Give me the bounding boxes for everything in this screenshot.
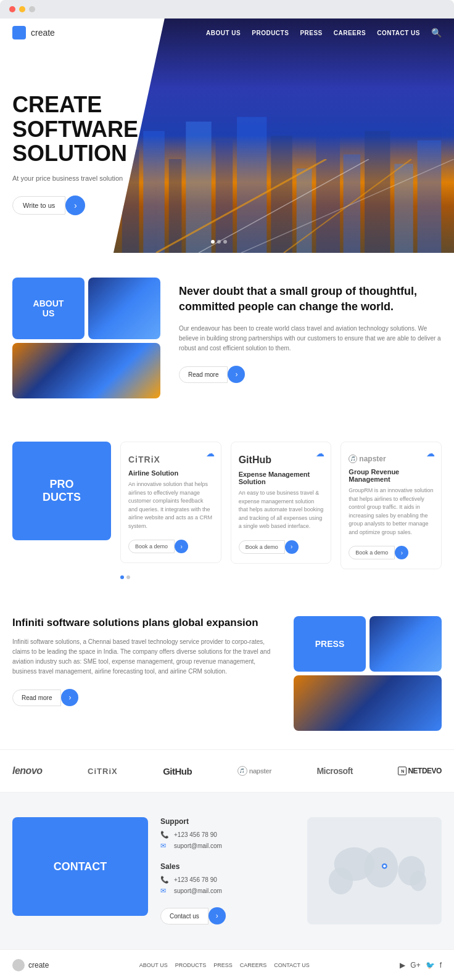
book-demo-arrow-1[interactable]: › <box>175 540 188 553</box>
nav-contact[interactable]: CONTACT US <box>377 30 420 36</box>
about-description: Our endeavour has been to create world c… <box>179 324 442 353</box>
press-read-more-label: Read more <box>12 690 61 706</box>
email-icon-support: ✉ <box>160 842 170 850</box>
social-facebook-icon[interactable]: f <box>440 961 442 970</box>
svg-line-14 <box>199 159 369 253</box>
partner-citrix: CiTRiX <box>88 767 118 776</box>
press-label: PRESS <box>294 616 366 672</box>
products-grid: PRODUCTS ☁ CiTRiX Airline Solution An in… <box>12 442 442 569</box>
partner-netdevo: N NETDEVO <box>398 767 442 775</box>
book-demo-1[interactable]: Book a demo › <box>128 540 213 553</box>
press-title: Infiniti software solutions plans global… <box>12 616 275 630</box>
world-map-svg <box>307 817 442 924</box>
press-read-more[interactable]: Read more › <box>12 689 78 706</box>
contact-label: CONTACT <box>12 817 148 916</box>
product-card-github: ☁ GitHub Expense Management Solution An … <box>231 442 332 564</box>
footer: create ABOUT US PRODUCTS PRESS CAREERS C… <box>0 949 454 980</box>
partners-section: lenovo CiTRiX GitHub 🎵 napster Microsoft… <box>0 749 454 793</box>
citrix-logo: CiTRiX <box>128 455 213 464</box>
social-google-icon[interactable]: G+ <box>410 961 420 970</box>
navbar: create ABOUT US PRODUCTS PRESS CAREERS C… <box>0 19 454 47</box>
about-quote: Never doubt that a small group of though… <box>179 284 442 315</box>
hero-content: CREATE SOFTWARE SOLUTION At your price b… <box>12 93 185 215</box>
book-demo-arrow-2[interactable]: › <box>285 540 299 554</box>
cloud-icon-2: ☁ <box>316 448 324 458</box>
phone-icon-sales: 📞 <box>160 876 170 884</box>
footer-link-press[interactable]: PRESS <box>213 962 233 968</box>
contact-support-title: Support <box>160 817 295 826</box>
read-more-arrow[interactable]: › <box>228 366 245 383</box>
products-nav-dot-2[interactable] <box>126 575 130 579</box>
press-description: Infiniti software solutions, a Chennai b… <box>12 637 275 677</box>
read-more-label: Read more <box>179 366 228 383</box>
footer-link-contact[interactable]: CONTACT US <box>274 962 310 968</box>
contact-support-group: Support 📞 +123 456 78 90 ✉ suport@mail.c… <box>160 817 295 850</box>
press-content: Infiniti software solutions plans global… <box>12 616 275 706</box>
social-twitter-icon[interactable]: 🐦 <box>426 961 435 970</box>
footer-link-careers[interactable]: CAREERS <box>240 962 267 968</box>
product-title-2: Expense Management Solution <box>239 471 324 485</box>
hero-cta[interactable]: Write to us › <box>12 196 85 215</box>
logo-text: create <box>31 28 55 38</box>
contact-sales-phone-text: +123 456 78 90 <box>174 876 217 883</box>
about-text: Never doubt that a small group of though… <box>179 278 442 383</box>
footer-logo[interactable]: create <box>12 959 49 971</box>
press-images-grid: PRESS <box>294 616 442 731</box>
browser-chrome <box>0 0 454 19</box>
book-demo-arrow-3[interactable]: › <box>395 546 408 559</box>
book-demo-label-3: Book a demo <box>349 546 395 559</box>
nav-about[interactable]: ABOUT US <box>206 30 241 36</box>
products-section: PRODUCTS ☁ CiTRiX Airline Solution An in… <box>0 423 454 598</box>
nav-products[interactable]: PRODUCTS <box>252 30 289 36</box>
nav-logo[interactable]: create <box>12 26 55 39</box>
phone-icon-support: 📞 <box>160 831 170 839</box>
partner-lenovo: lenovo <box>12 765 43 776</box>
hero-dots <box>211 240 227 244</box>
email-icon-sales: ✉ <box>160 887 170 895</box>
contact-btn-arrow[interactable]: › <box>208 907 226 924</box>
press-city-image-2 <box>294 675 442 731</box>
contact-support-email-text: suport@mail.com <box>174 842 222 849</box>
book-demo-2[interactable]: Book a demo › <box>239 540 324 554</box>
footer-nav: ABOUT US PRODUCTS PRESS CAREERS CONTACT … <box>139 962 310 968</box>
footer-link-products[interactable]: PRODUCTS <box>175 962 207 968</box>
products-nav <box>12 575 442 579</box>
nav-careers[interactable]: CAREERS <box>334 30 366 36</box>
product-title-1: Airline Solution <box>128 469 213 477</box>
hero-btn-arrow[interactable]: › <box>65 196 85 215</box>
partner-microsoft: Microsoft <box>316 766 353 776</box>
press-read-more-arrow[interactable]: › <box>61 689 78 706</box>
footer-social: ▶ G+ 🐦 f <box>400 961 442 970</box>
nav-press[interactable]: PRESS <box>300 30 322 36</box>
cloud-icon-1: ☁ <box>206 448 215 458</box>
about-section: ABOUTUS Never doubt that a small group o… <box>0 253 454 423</box>
contact-support-email: ✉ suport@mail.com <box>160 842 295 850</box>
contact-sales-group: Sales 📞 +123 456 78 90 ✉ suport@mail.com <box>160 862 295 895</box>
contact-sales-email-text: suport@mail.com <box>174 887 222 894</box>
product-card-napster: ☁ 🎵 napster Group Revenue Management Gro… <box>340 442 442 569</box>
partner-napster: 🎵 napster <box>237 766 271 776</box>
browser-dot-yellow <box>19 6 25 12</box>
footer-logo-text: create <box>28 961 49 970</box>
product-desc-1: An innovative solution that helps airlin… <box>128 480 213 530</box>
partners-row: lenovo CiTRiX GitHub 🎵 napster Microsoft… <box>12 765 442 776</box>
footer-link-about[interactable]: ABOUT US <box>139 962 168 968</box>
dot-3 <box>223 240 227 244</box>
contact-sales-phone: 📞 +123 456 78 90 <box>160 876 295 884</box>
partner-github: GitHub <box>163 766 192 776</box>
social-play-icon[interactable]: ▶ <box>400 961 405 970</box>
github-logo: GitHub <box>239 455 324 466</box>
about-grid: ABOUTUS Never doubt that a small group o… <box>12 278 442 398</box>
about-city-image-1 <box>88 278 160 339</box>
contact-btn-label: Contact us <box>160 908 208 924</box>
contact-section: CONTACT Support 📞 +123 456 78 90 ✉ supor… <box>0 793 454 949</box>
napster-logo: 🎵 napster <box>349 455 434 463</box>
products-nav-dot-1[interactable] <box>120 575 124 579</box>
book-demo-3[interactable]: Book a demo › <box>349 546 434 559</box>
search-icon[interactable]: 🔍 <box>431 28 442 38</box>
about-images-grid: ABOUTUS <box>12 278 160 398</box>
press-city-image-1 <box>369 616 442 672</box>
contact-cta[interactable]: Contact us › <box>160 907 226 924</box>
about-read-more[interactable]: Read more › <box>179 366 245 383</box>
product-desc-3: GroupRM is an innovative solution that h… <box>349 487 434 537</box>
